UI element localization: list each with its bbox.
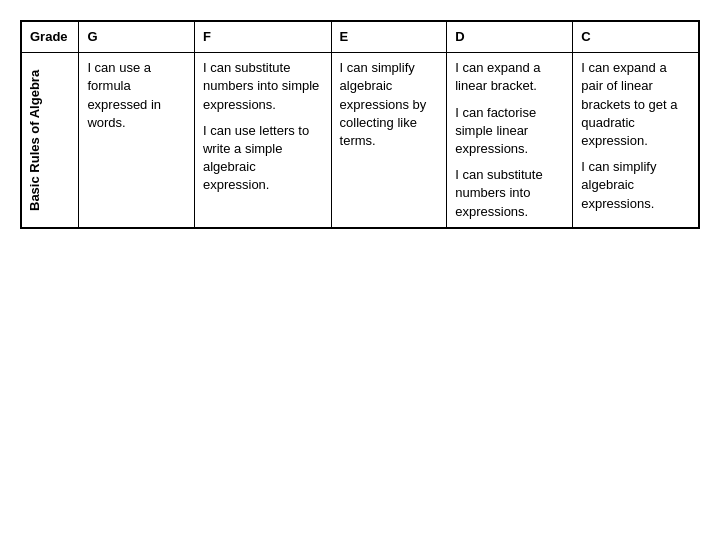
- cell-e: I can simplify algebraic expressions by …: [331, 53, 447, 228]
- cell-f: I can substitute numbers into simple exp…: [194, 53, 331, 228]
- cell-c: I can expand a pair of linear brackets t…: [573, 53, 699, 228]
- cell-e-text-1: I can simplify algebraic expressions by …: [340, 59, 439, 150]
- algebra-table: Grade G F E D C Basic Rules of Algebra I…: [20, 20, 700, 229]
- header-g: G: [79, 21, 195, 53]
- header-f: F: [194, 21, 331, 53]
- cell-g: I can use a formula expressed in words.: [79, 53, 195, 228]
- cell-c-text-2: I can simplify algebraic expressions.: [581, 158, 690, 213]
- cell-f-text-1: I can substitute numbers into simple exp…: [203, 59, 323, 114]
- cell-d-text-3: I can substitute numbers into expression…: [455, 166, 564, 221]
- cell-g-text-1: I can use a formula expressed in words.: [87, 59, 186, 132]
- cell-d: I can expand a linear bracket. I can fac…: [447, 53, 573, 228]
- header-e: E: [331, 21, 447, 53]
- cell-d-text-1: I can expand a linear bracket.: [455, 59, 564, 95]
- cell-d-text-2: I can factorise simple linear expression…: [455, 104, 564, 159]
- cell-c-text-1: I can expand a pair of linear brackets t…: [581, 59, 690, 150]
- header-d: D: [447, 21, 573, 53]
- header-c: C: [573, 21, 699, 53]
- table-container: Grade G F E D C Basic Rules of Algebra I…: [20, 20, 700, 229]
- cell-f-text-2: I can use letters to write a simple alge…: [203, 122, 323, 195]
- header-grade: Grade: [21, 21, 79, 53]
- row-label: Basic Rules of Algebra: [21, 53, 79, 228]
